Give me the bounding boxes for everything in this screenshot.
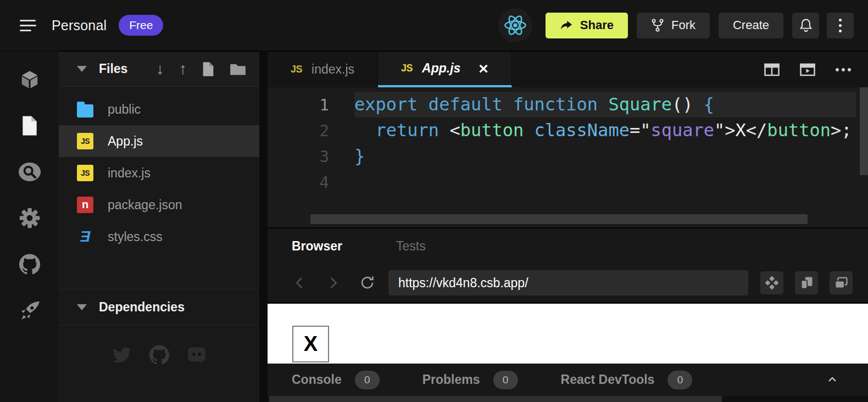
download-icon[interactable]: ↓ xyxy=(156,61,164,77)
devtools-bar: Console 0 Problems 0 React DevTools xyxy=(268,364,868,396)
line-number: 2 xyxy=(268,121,354,140)
preview-tab[interactable]: Tests xyxy=(396,239,426,254)
sidebar-item-sandbox[interactable] xyxy=(19,69,41,90)
twitter-icon[interactable] xyxy=(112,345,132,365)
upload-icon[interactable]: ↑ xyxy=(179,61,187,77)
sidebar-item-settings[interactable] xyxy=(19,208,41,228)
search-icon xyxy=(18,162,41,182)
file-type-icon: JS xyxy=(77,165,93,181)
file-name: styles.css xyxy=(108,230,163,244)
components-icon[interactable] xyxy=(760,271,783,294)
editor-column: JS index.js JS App.js × xyxy=(268,51,868,402)
new-file-icon[interactable] xyxy=(202,62,215,77)
close-icon[interactable]: × xyxy=(478,60,488,77)
line-number: 1 xyxy=(268,96,354,114)
bottom-scrollbar-track xyxy=(268,396,868,402)
chevron-down-icon xyxy=(77,304,87,310)
count-badge: 0 xyxy=(493,371,518,389)
bottom-scrollbar[interactable] xyxy=(269,396,722,402)
files-section-header[interactable]: Files ↓ ↑ xyxy=(59,52,259,87)
file-name: package.json xyxy=(108,198,182,213)
share-arrow-icon xyxy=(560,20,573,31)
menu-icon[interactable] xyxy=(20,20,36,31)
dependencies-section-header[interactable]: Dependencies xyxy=(59,289,259,325)
file-row[interactable]: JS index.js xyxy=(59,157,259,189)
refresh-button[interactable] xyxy=(355,271,380,295)
editor-tab-label: App.js xyxy=(422,61,460,76)
github-link-icon[interactable] xyxy=(149,345,169,365)
preview-panel: Browser Tests https://vkd4n8.csb.app/ xyxy=(268,227,868,402)
editor-tab[interactable]: JS index.js xyxy=(268,52,378,87)
codesandbox-app: Personal Free Share Fork Create xyxy=(0,0,868,402)
plan-badge: Free xyxy=(119,15,163,36)
code-line-text: return <button className="square">X</but… xyxy=(354,118,856,143)
horizontal-scrollbar[interactable] xyxy=(310,214,808,224)
create-button[interactable]: Create xyxy=(719,13,783,38)
code-line-text: } xyxy=(354,143,856,169)
count-badge: 0 xyxy=(667,371,692,389)
rocket-icon xyxy=(19,300,41,320)
file-row[interactable]: public xyxy=(59,93,259,125)
cube-icon xyxy=(19,69,40,90)
file-name: index.js xyxy=(108,166,151,181)
fork-button[interactable]: Fork xyxy=(637,13,710,38)
code-line: 2 return <button className="square">X</b… xyxy=(268,118,868,143)
editor-tab-label: index.js xyxy=(311,62,354,77)
back-button[interactable] xyxy=(287,271,311,295)
responsive-preview-icon[interactable] xyxy=(795,271,818,294)
code-line: 3 } xyxy=(268,143,868,169)
file-type-icon: JS xyxy=(77,133,93,149)
browser-nav-bar: https://vkd4n8.csb.app/ xyxy=(268,264,868,302)
file-type-icon: Ǝ xyxy=(77,228,93,245)
share-button[interactable]: Share xyxy=(546,13,628,38)
create-label: Create xyxy=(733,18,769,32)
js-file-icon: JS xyxy=(291,64,302,75)
sidebar-item-search[interactable] xyxy=(19,161,41,182)
code-line: 4 xyxy=(268,169,868,195)
new-folder-icon[interactable] xyxy=(230,62,246,76)
notifications-button[interactable] xyxy=(792,13,819,38)
social-links xyxy=(59,345,259,365)
file-row[interactable]: Ǝ styles.css xyxy=(59,221,259,253)
preview-tab-bar: Browser Tests xyxy=(268,228,868,264)
open-preview-icon[interactable] xyxy=(799,62,816,77)
fork-label: Fork xyxy=(671,18,695,32)
discord-icon[interactable] xyxy=(187,345,207,365)
workspace-name[interactable]: Personal xyxy=(52,18,107,34)
count-badge: 0 xyxy=(355,371,380,389)
activity-bar xyxy=(0,51,59,402)
split-editor-icon[interactable] xyxy=(764,62,780,77)
url-input[interactable]: https://vkd4n8.csb.app/ xyxy=(388,270,748,295)
sidebar-item-github[interactable] xyxy=(19,254,41,275)
gear-icon xyxy=(19,208,40,228)
code-editor[interactable]: 1 export default function Square() { 2 r… xyxy=(268,87,868,227)
js-file-icon: JS xyxy=(401,63,413,74)
explorer-panel: Files ↓ ↑ public xyxy=(59,51,259,402)
expand-console-icon[interactable] xyxy=(826,373,838,386)
editor-more-icon[interactable] xyxy=(835,67,852,72)
file-list: public JS App.js JS index.js n pack xyxy=(59,87,259,253)
devtools-tab[interactable]: Problems 0 xyxy=(422,371,518,389)
file-row[interactable]: n package.json xyxy=(59,189,259,221)
devtools-tab[interactable]: React DevTools 0 xyxy=(561,371,693,389)
square-button[interactable]: X xyxy=(292,326,329,362)
open-new-window-icon[interactable] xyxy=(830,271,853,294)
more-options-button[interactable] xyxy=(827,13,854,38)
file-name: App.js xyxy=(108,134,143,149)
dependencies-section-title: Dependencies xyxy=(99,300,185,315)
code-line: 1 export default function Square() { xyxy=(268,92,868,118)
devtools-tab[interactable]: Console 0 xyxy=(292,371,380,389)
fork-icon xyxy=(651,18,664,32)
sidebar-item-deploy[interactable] xyxy=(19,300,41,321)
vertical-scrollbar[interactable] xyxy=(860,87,868,175)
files-section-title: Files xyxy=(99,62,127,76)
panel-resize-handle[interactable] xyxy=(259,51,268,402)
react-logo-icon xyxy=(498,8,532,42)
preview-frame: X xyxy=(268,302,868,364)
editor-tab[interactable]: JS App.js × xyxy=(378,52,512,87)
forward-button[interactable] xyxy=(321,271,346,295)
sidebar-item-explorer[interactable] xyxy=(19,115,41,136)
preview-tab[interactable]: Browser xyxy=(292,239,342,254)
code-line-text: export default function Square() { xyxy=(354,92,856,118)
file-row[interactable]: JS App.js xyxy=(59,125,259,157)
